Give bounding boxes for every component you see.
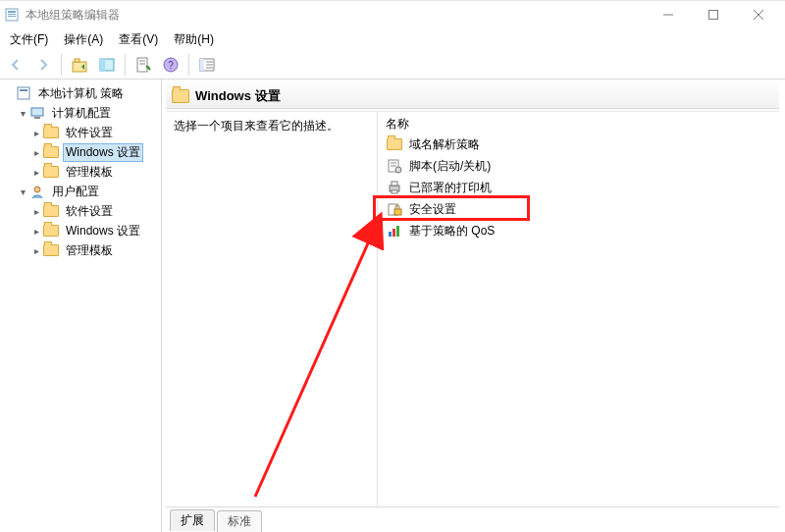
list-item-security-settings[interactable]: 安全设置: [378, 198, 779, 220]
list-item-label: 基于策略的 QoS: [409, 223, 495, 239]
tree-computer-windows-settings[interactable]: ▸ Windows 设置: [2, 142, 159, 162]
tree-twisty-closed[interactable]: ▸: [29, 147, 43, 158]
minimize-button[interactable]: [646, 1, 691, 28]
close-button[interactable]: [736, 1, 781, 28]
column-header-name[interactable]: 名称: [378, 114, 779, 133]
svg-rect-37: [392, 229, 395, 237]
toolbar-sep-3: [188, 54, 189, 76]
user-icon: [29, 184, 45, 199]
tree-root-label: 本地计算机 策略: [35, 84, 127, 103]
tree-computer-config[interactable]: ▾ 计算机配置: [2, 103, 159, 123]
tree-item-label: Windows 设置: [63, 143, 143, 162]
tree-twisty-closed[interactable]: ▸: [29, 206, 43, 217]
folder-icon: [172, 89, 189, 103]
svg-rect-38: [396, 226, 399, 237]
tree-user-admin-templates[interactable]: ▸ 管理模板: [2, 240, 159, 260]
tabs-row: 扩展 标准: [166, 506, 779, 530]
content-title: Windows 设置: [195, 87, 281, 105]
content-header: Windows 设置: [166, 83, 779, 109]
folder-icon: [43, 164, 59, 180]
list-item-scripts[interactable]: 脚本(启动/关机): [378, 155, 779, 177]
svg-rect-22: [18, 87, 29, 99]
folder-icon: [43, 125, 59, 140]
list-item-label: 域名解析策略: [409, 136, 480, 153]
svg-rect-35: [394, 209, 401, 215]
list-item-label: 已部署的打印机: [409, 180, 492, 196]
list-item-qos[interactable]: 基于策略的 QoS: [378, 220, 779, 241]
folder-icon: [43, 203, 59, 219]
svg-rect-1: [8, 11, 16, 13]
tab-extended[interactable]: 扩展: [170, 509, 215, 531]
security-icon: [386, 200, 403, 218]
tree-user-config[interactable]: ▾ 用户配置: [2, 182, 159, 201]
tree-item-label: 软件设置: [63, 124, 116, 142]
app-window: 本地组策略编辑器 文件(F) 操作(A) 查看(V) 帮助(H): [0, 0, 785, 532]
menu-view[interactable]: 查看(V): [113, 29, 164, 50]
policy-root-icon: [16, 85, 31, 101]
window-controls: [646, 1, 781, 28]
tree-user-label: 用户配置: [49, 183, 102, 201]
tree-pane[interactable]: 本地计算机 策略 ▾ 计算机配置 ▸ 软件设置 ▸ Windows 设置 ▸: [0, 80, 162, 532]
menu-file[interactable]: 文件(F): [4, 29, 54, 50]
tree-twisty-closed[interactable]: ▸: [29, 226, 43, 237]
tree-root[interactable]: 本地计算机 策略: [2, 83, 159, 103]
svg-rect-2: [8, 14, 16, 15]
maximize-button[interactable]: [691, 1, 736, 28]
svg-point-30: [395, 167, 401, 173]
tree-twisty-open[interactable]: ▾: [16, 186, 29, 197]
toolbar-sep-1: [61, 54, 62, 76]
folder-icon: [43, 223, 59, 239]
svg-rect-12: [137, 58, 147, 72]
list-item-label: 安全设置: [409, 201, 456, 218]
svg-rect-36: [389, 232, 392, 237]
computer-icon: [29, 105, 45, 121]
titlebar: 本地组策略编辑器: [0, 1, 785, 28]
tree-user-windows-settings[interactable]: ▸ Windows 设置: [2, 221, 159, 240]
toolbar: ?: [0, 50, 785, 80]
help-button[interactable]: ?: [159, 53, 183, 77]
description-prompt: 选择一个项目来查看它的描述。: [174, 119, 339, 133]
tree-twisty-closed[interactable]: ▸: [29, 128, 43, 138]
list-item-deployed-printers[interactable]: 已部署的打印机: [378, 177, 779, 198]
menubar: 文件(F) 操作(A) 查看(V) 帮助(H): [0, 28, 785, 50]
menu-help[interactable]: 帮助(H): [168, 29, 220, 50]
properties-button[interactable]: [131, 53, 155, 77]
svg-rect-9: [75, 59, 79, 62]
tree-computer-software[interactable]: ▸ 软件设置: [2, 123, 159, 142]
folder-icon: [386, 135, 403, 153]
svg-point-26: [34, 186, 40, 192]
tree-computer-label: 计算机配置: [49, 104, 114, 123]
forward-button[interactable]: [31, 53, 55, 77]
list-column: 名称 域名解析策略 脚本(启动/关机): [377, 112, 779, 506]
tree-user-software[interactable]: ▸ 软件设置: [2, 201, 159, 221]
description-column: 选择一个项目来查看它的描述。: [166, 112, 377, 506]
app-icon: [4, 7, 20, 23]
menu-action[interactable]: 操作(A): [58, 29, 109, 50]
tree-computer-admin-templates[interactable]: ▸ 管理模板: [2, 162, 159, 182]
list-item-label: 脚本(启动/关机): [409, 158, 491, 175]
printer-icon: [386, 179, 403, 196]
body: 本地计算机 策略 ▾ 计算机配置 ▸ 软件设置 ▸ Windows 设置 ▸: [0, 80, 785, 532]
svg-rect-11: [100, 59, 105, 71]
svg-rect-3: [8, 16, 16, 17]
svg-rect-5: [709, 11, 718, 20]
back-button[interactable]: [4, 53, 27, 77]
content-body: 选择一个项目来查看它的描述。 名称 域名解析策略 脚本(启动/关机): [166, 111, 779, 506]
filter-button[interactable]: [195, 53, 219, 77]
qos-icon: [386, 222, 403, 239]
list-item-dns-policy[interactable]: 域名解析策略: [378, 133, 779, 155]
tab-standard[interactable]: 标准: [217, 510, 262, 532]
svg-text:?: ?: [168, 60, 174, 71]
svg-rect-33: [392, 190, 397, 193]
tree-twisty-closed[interactable]: ▸: [29, 167, 43, 178]
content-pane: Windows 设置 选择一个项目来查看它的描述。 名称 域名解析策略: [162, 80, 785, 532]
svg-rect-23: [20, 89, 27, 91]
up-button[interactable]: [68, 53, 91, 77]
script-icon: [386, 157, 403, 175]
show-hide-tree-button[interactable]: [95, 53, 119, 77]
tree-item-label: Windows 设置: [63, 222, 143, 240]
tree-twisty-open[interactable]: ▾: [16, 108, 29, 119]
svg-rect-18: [200, 59, 204, 71]
tree-twisty-closed[interactable]: ▸: [29, 245, 43, 256]
folder-icon: [43, 144, 59, 160]
